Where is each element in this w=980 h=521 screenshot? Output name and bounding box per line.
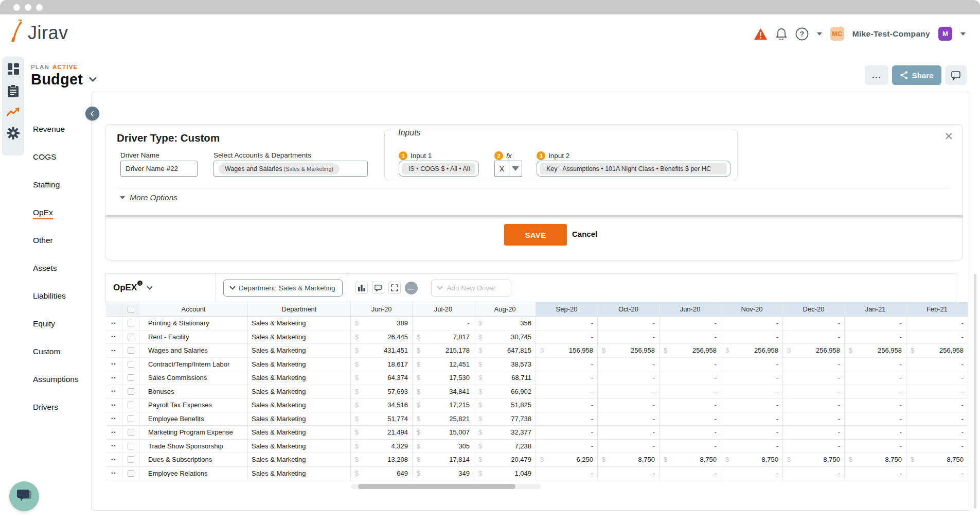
value-cell[interactable]: - [845,331,906,344]
fx-dropdown-button[interactable] [509,161,522,177]
value-cell[interactable]: - [721,358,783,371]
value-cell[interactable]: - [660,467,721,480]
value-cell[interactable]: - [845,467,906,480]
value-cell[interactable]: - [783,331,845,344]
value-cell[interactable]: $647,815 [474,344,536,357]
row-drag-handle[interactable]: •• [106,358,122,371]
sidebar-item-equity[interactable]: Equity [33,319,79,333]
opex-chevron-icon[interactable] [147,284,153,289]
account-cell[interactable]: Rent - Facility [139,331,248,344]
driver-name-input[interactable]: Driver Name #22 [120,161,198,177]
value-cell[interactable]: - [598,317,660,330]
account-cell[interactable]: Dues & Subscriptions [139,453,248,466]
value-cell[interactable]: - [845,385,906,398]
value-cell[interactable]: - [783,426,845,439]
row-drag-handle[interactable]: •• [106,412,122,426]
account-cell[interactable]: Employee Relations [139,467,248,480]
fullscreen-button[interactable] [388,282,401,294]
row-drag-handle[interactable]: •• [106,467,122,480]
sidebar-item-cogs[interactable]: COGS [33,152,79,166]
row-checkbox[interactable] [128,347,134,354]
value-cell[interactable]: $256,958 [783,344,845,357]
value-cell[interactable]: - [598,440,660,453]
chart-view-button[interactable] [355,282,368,294]
window-maximize-button[interactable] [36,4,43,11]
warning-icon[interactable] [754,28,768,40]
department-filter-button[interactable]: Department: Sales & Marketing [223,280,343,297]
fx-operator-select[interactable]: X [494,161,522,177]
value-cell[interactable]: $64,374 [351,371,413,385]
column-header-month[interactable]: Jun-20 [660,302,721,316]
close-icon[interactable]: ✕ [944,131,953,142]
value-cell[interactable]: $649 [351,467,413,480]
value-cell[interactable]: - [783,467,845,480]
column-header-month[interactable]: Feb-21 [906,302,968,316]
value-cell[interactable]: $256,958 [598,344,660,357]
save-button[interactable]: SAVE [504,224,567,246]
value-cell[interactable]: $389 [351,317,413,330]
value-cell[interactable]: - [906,385,968,398]
value-cell[interactable]: - [783,385,845,398]
more-options-toggle[interactable]: More Options [120,193,177,202]
row-checkbox[interactable] [128,388,134,395]
input1-pill[interactable]: IS • COGS $ • All • All [402,163,475,175]
value-cell[interactable]: - [536,440,598,453]
value-cell[interactable]: - [721,426,783,439]
value-cell[interactable]: $8,750 [660,453,721,466]
plans-clipboard-icon[interactable] [7,84,19,98]
value-cell[interactable]: - [783,398,845,412]
value-cell[interactable]: - [721,412,783,426]
value-cell[interactable]: $8,750 [783,453,845,466]
row-checkbox[interactable] [128,334,134,340]
value-cell[interactable]: $34,516 [351,398,413,412]
value-cell[interactable]: - [906,331,968,344]
value-cell[interactable]: - [536,331,598,344]
jirav-logo[interactable]: Jirav [8,19,68,42]
value-cell[interactable]: - [845,371,906,385]
user-dropdown-caret-icon[interactable] [960,32,966,36]
company-avatar[interactable]: MC [830,27,844,41]
account-cell[interactable]: Contract/Temp/Intern Labor [139,358,248,371]
value-cell[interactable]: $32,377 [474,426,536,439]
value-cell[interactable]: $305 [413,440,474,453]
value-cell[interactable]: $215,178 [413,344,474,357]
value-cell[interactable]: - [536,371,598,385]
row-drag-handle[interactable]: •• [106,426,122,439]
value-cell[interactable]: - [598,467,660,480]
value-cell[interactable]: $1,049 [474,467,536,480]
value-cell[interactable]: $26,445 [351,331,413,344]
value-cell[interactable]: - [783,412,845,426]
value-cell[interactable]: - [536,358,598,371]
value-cell[interactable]: $4,329 [351,440,413,453]
value-cell[interactable]: - [721,317,783,330]
row-checkbox[interactable] [128,470,134,477]
sidebar-item-other[interactable]: Other [33,236,79,249]
help-icon[interactable]: ? [795,27,809,41]
row-checkbox[interactable] [128,429,134,436]
value-cell[interactable]: - [783,317,845,330]
sidebar-item-liabilities[interactable]: Liabilities [33,291,79,305]
value-cell[interactable]: - [783,440,845,453]
opex-section-header[interactable]: OpEXi [106,274,216,302]
value-cell[interactable]: $30,745 [474,331,536,344]
accounts-pill[interactable]: Wages and Salaries(Sales & Marketing) [219,163,340,175]
comments-button[interactable] [945,65,967,85]
column-header-month[interactable]: Dec-20 [783,302,845,316]
row-checkbox[interactable] [128,374,134,381]
value-cell[interactable]: $17,215 [413,398,474,412]
row-drag-handle[interactable]: •• [106,385,122,398]
value-cell[interactable]: $7,817 [413,331,474,344]
value-cell[interactable]: $8,750 [598,453,660,466]
column-header-account[interactable]: Account [139,302,248,316]
value-cell[interactable]: - [721,467,783,480]
value-cell[interactable]: - [598,412,660,426]
column-header-month[interactable]: Oct-20 [598,302,660,316]
value-cell[interactable]: $21,494 [351,426,413,439]
value-cell[interactable]: - [598,385,660,398]
value-cell[interactable]: $256,958 [845,344,906,357]
value-cell[interactable]: $51,774 [351,412,413,426]
value-cell[interactable]: - [906,412,968,426]
value-cell[interactable]: $6,250 [536,453,598,466]
vertical-scrollbar[interactable] [974,274,976,509]
value-cell[interactable]: - [721,398,783,412]
